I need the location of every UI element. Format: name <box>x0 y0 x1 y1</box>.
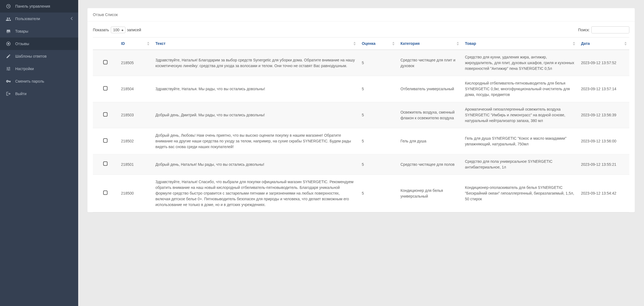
table-row: 218500 Здравствуйте, Наталья! Спасибо, ч… <box>93 175 629 212</box>
store-icon <box>5 29 11 34</box>
cell-date: 2023-09-12 13:56:00 <box>578 128 629 154</box>
row-checkbox[interactable] <box>103 60 108 64</box>
column-rating[interactable]: Оценка <box>358 38 397 50</box>
cell-date: 2023-09-12 13:54:42 <box>578 175 629 212</box>
cell-rating: 5 <box>358 175 397 212</box>
cell-product: Средство для пола универсальное SYNERGET… <box>462 154 578 175</box>
cell-rating: 5 <box>358 76 397 102</box>
sidebar-item-dashboard[interactable]: Панель управления <box>0 0 78 13</box>
chevron-left-icon <box>71 17 73 21</box>
sidebar-item-users[interactable]: Пользователи <box>0 13 78 25</box>
cell-id: 218501 <box>118 154 152 175</box>
sidebar-item-label: Настройки <box>15 67 34 71</box>
cell-category: Средство чистящее для полов <box>397 154 462 175</box>
cell-id: 218505 <box>118 50 152 76</box>
cell-product: Кислородный отбеливатель-пятновыводитель… <box>462 76 578 102</box>
reviews-card: Отзыв Список Показать 100 записей Поиск: <box>87 8 635 212</box>
cell-category: Освежитель воздуха, сменный флакон к осв… <box>397 102 462 128</box>
length-control: Показать 100 записей <box>93 27 141 33</box>
sidebar-item-label: Шаблоны ответов <box>15 54 47 58</box>
card-title: Отзыв Список <box>87 8 635 21</box>
sidebar-item-label: Пользователи <box>15 17 40 21</box>
sidebar-item-templates[interactable]: Шаблоны ответов <box>0 50 78 63</box>
cell-product: Гель для душа SYNERGETIC "Кокос и масло … <box>462 128 578 154</box>
users-icon <box>5 16 11 21</box>
sidebar-item-label: Панель управления <box>15 4 50 8</box>
row-checkbox[interactable] <box>103 112 108 117</box>
target-icon <box>5 41 11 46</box>
cell-date: 2023-09-12 13:55:21 <box>578 154 629 175</box>
sidebar-item-label: Выйти <box>15 92 26 96</box>
cell-text: Здравствуйте, Наталья! Спасибо, что выбр… <box>152 175 358 212</box>
sidebar-item-label: Товары <box>15 29 28 33</box>
main-content: Отзыв Список Показать 100 записей Поиск: <box>78 0 644 306</box>
row-checkbox[interactable] <box>103 191 108 195</box>
cell-date: 2023-09-12 13:57:52 <box>578 50 629 76</box>
cell-text: Добрый день, Наталья! Мы рады, что вы ос… <box>152 154 358 175</box>
length-prefix: Показать <box>93 28 109 32</box>
cell-category: Кондиционер для белья универсальный <box>397 175 462 212</box>
column-product[interactable]: Товар <box>462 38 578 50</box>
sidebar-item-products[interactable]: Товары <box>0 25 78 38</box>
cell-rating: 5 <box>358 154 397 175</box>
key-icon <box>5 79 11 84</box>
reviews-table: ID Текст Оценка Категория Товар Дата 218… <box>93 37 629 212</box>
cell-category: Средство чистящее для плит и духовок <box>397 50 462 76</box>
table-row: 218501 Добрый день, Наталья! Мы рады, чт… <box>93 154 629 175</box>
sliders-icon <box>5 66 11 71</box>
sidebar: Панель управления Пользователи Товары От… <box>0 0 78 306</box>
dashboard-icon <box>5 4 11 9</box>
cell-id: 218503 <box>118 102 152 128</box>
cell-text: Здравствуйте, Наталья! Благодарим за выб… <box>152 50 358 76</box>
cell-date: 2023-09-12 13:56:39 <box>578 102 629 128</box>
cell-rating: 5 <box>358 50 397 76</box>
column-text[interactable]: Текст <box>152 38 358 50</box>
cell-text: Добрый день, Дмитрий. Мы рады, что вы ос… <box>152 102 358 128</box>
cell-text: Здравствуйте, Наталья. Мы рады, что вы о… <box>152 76 358 102</box>
column-id[interactable]: ID <box>118 38 152 50</box>
search-input[interactable] <box>591 26 629 33</box>
cell-product: Средство для кухни, удаления жира, антиж… <box>462 50 578 76</box>
sidebar-item-label: Сменить пароль <box>15 79 44 83</box>
cell-category: Отбеливатель универсальный <box>397 76 462 102</box>
cell-product: Ароматический гипоаллергенный освежитель… <box>462 102 578 128</box>
cell-date: 2023-09-12 13:57:14 <box>578 76 629 102</box>
sidebar-item-logout[interactable]: Выйти <box>0 88 78 100</box>
column-checkbox[interactable] <box>93 38 118 50</box>
cell-rating: 5 <box>358 128 397 154</box>
table-row: 218503 Добрый день, Дмитрий. Мы рады, чт… <box>93 102 629 128</box>
row-checkbox[interactable] <box>103 138 108 143</box>
length-select[interactable]: 100 <box>111 27 125 33</box>
cell-id: 218502 <box>118 128 152 154</box>
signout-icon <box>5 91 11 96</box>
sidebar-item-password[interactable]: Сменить пароль <box>0 75 78 88</box>
cell-product: Кондиционер-ополаскиватель для белья SYN… <box>462 175 578 212</box>
column-category[interactable]: Категория <box>397 38 462 50</box>
search-control: Поиск: <box>578 26 629 33</box>
cell-id: 218500 <box>118 175 152 212</box>
table-row: 218502 Добрый день, Любовь! Нам очень пр… <box>93 128 629 154</box>
search-label: Поиск: <box>578 28 590 32</box>
cell-id: 218504 <box>118 76 152 102</box>
length-suffix: записей <box>127 28 141 32</box>
row-checkbox[interactable] <box>103 86 108 90</box>
sidebar-item-reviews[interactable]: Отзывы <box>0 38 78 50</box>
cell-rating: 5 <box>358 102 397 128</box>
row-checkbox[interactable] <box>103 161 108 166</box>
cell-text: Добрый день, Любовь! Нам очень приятно, … <box>152 128 358 154</box>
sidebar-item-label: Отзывы <box>15 42 29 46</box>
cell-category: Гель для душа <box>397 128 462 154</box>
column-date[interactable]: Дата <box>578 38 629 50</box>
table-row: 218504 Здравствуйте, Наталья. Мы рады, ч… <box>93 76 629 102</box>
sidebar-item-settings[interactable]: Настройки <box>0 63 78 75</box>
table-row: 218505 Здравствуйте, Наталья! Благодарим… <box>93 50 629 76</box>
pencil-icon <box>5 54 11 59</box>
